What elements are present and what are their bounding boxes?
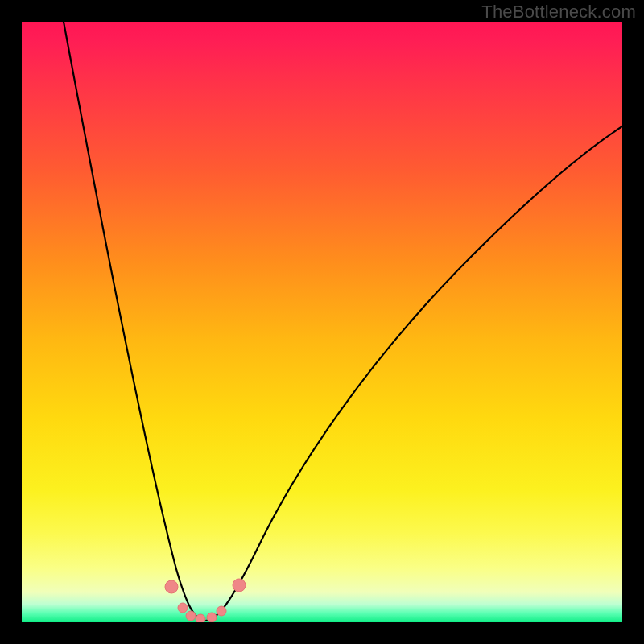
curve-marker-point — [186, 611, 196, 621]
curve-markers — [165, 579, 246, 622]
curve-marker-point — [217, 606, 226, 616]
curve-marker-point — [196, 614, 205, 622]
curve-marker-point — [233, 579, 246, 592]
curve-marker-point — [207, 613, 217, 622]
watermark-text: TheBottleneck.com — [481, 2, 636, 23]
chart-plot-area — [22, 22, 622, 622]
chart-svg-layer — [22, 22, 622, 622]
curve-marker-point — [165, 580, 178, 593]
bottleneck-curve — [64, 22, 622, 621]
curve-marker-point — [178, 603, 188, 613]
